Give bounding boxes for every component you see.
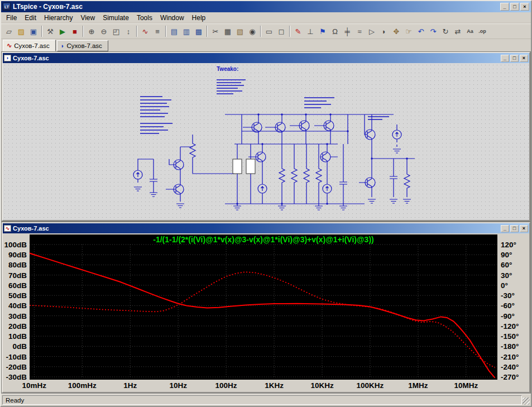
mirror-button[interactable]: ⇄ [452, 25, 464, 37]
component-button[interactable]: ◗ [378, 25, 390, 37]
menu-file[interactable]: File [2, 13, 21, 23]
menu-edit[interactable]: Edit [21, 13, 40, 23]
y-left-label: -20dB [6, 363, 27, 371]
new-schematic-icon: ▱ [6, 28, 12, 35]
diode-button[interactable]: ▷ [366, 25, 378, 37]
toolbar-separator [207, 26, 208, 37]
schematic-restore-button[interactable]: □ [510, 55, 519, 62]
text-icon: Aa [467, 29, 473, 34]
cut-button[interactable]: ✂ [209, 25, 222, 37]
waveform-minimize-button[interactable]: _ [501, 225, 509, 232]
x-tick-label: 1MHz [408, 381, 428, 390]
resistor-button[interactable]: Ω [329, 25, 341, 37]
waveform-close-button[interactable]: × [520, 225, 528, 232]
zoom-extents-button[interactable]: ◰ [110, 25, 122, 37]
schematic-window-titlebar[interactable]: ◗ Сухов-7.asc _ □ × [3, 53, 529, 63]
menu-window[interactable]: Window [156, 13, 188, 23]
spice-directive-icon: .op [478, 29, 486, 34]
y-left-label: 0dB [12, 342, 27, 351]
rotate-button[interactable]: ↻ [439, 25, 452, 37]
save-button[interactable]: ▣ [27, 25, 40, 37]
y-left-label: 70dB [8, 271, 27, 280]
tile-vertical-button[interactable]: ▥ [180, 25, 193, 37]
print-preview-button[interactable]: ◻ [275, 25, 287, 37]
schematic-close-button[interactable]: × [520, 55, 528, 62]
menu-bar: FileEditHierarchyViewSimulateToolsWindow… [1, 12, 531, 23]
drag-button[interactable]: ☞ [402, 25, 415, 37]
redo-icon: ↷ [430, 28, 437, 35]
tab-schematic[interactable]: ◗Сухов-7.asc [57, 40, 108, 51]
menu-help[interactable]: Help [188, 13, 210, 23]
halt-icon: ■ [73, 28, 77, 35]
tile-vertical-icon: ▥ [183, 28, 190, 35]
toolbar-separator [83, 26, 84, 37]
y-right-label: 90° [501, 251, 512, 259]
copy-button[interactable]: ▦ [222, 25, 234, 37]
redo-button[interactable]: ↷ [427, 25, 439, 37]
x-tick-label: 10Hz [169, 381, 187, 390]
toolbar-separator [165, 26, 166, 37]
maximize-button[interactable]: □ [510, 3, 519, 11]
y-left-label: -30dB [6, 373, 27, 381]
tab-bar: ∿Сухов-7.asc◗Сухов-7.asc [1, 39, 531, 51]
x-tick-label: 100mHz [68, 381, 97, 390]
mdi-area: ◗ Сухов-7.asc _ □ × Tweako: [1, 51, 531, 394]
wire-button[interactable]: ✎ [292, 25, 304, 37]
mark-data-points-icon: ≡ [155, 28, 160, 35]
y-left-label: 20dB [8, 322, 27, 331]
find-button[interactable]: ◉ [246, 25, 258, 37]
window-titlebar[interactable]: LT LTspice - Сухов-7.asc _ □ × [1, 1, 531, 12]
run-button[interactable]: ▶ [56, 25, 69, 37]
ground-button[interactable]: ⊥ [304, 25, 317, 37]
resize-grip[interactable] [523, 398, 530, 405]
open-button[interactable]: ▨ [15, 25, 27, 37]
tab-waveform[interactable]: ∿Сухов-7.asc [3, 40, 56, 51]
inductor-button[interactable]: ≈ [353, 25, 366, 37]
paste-button[interactable]: ▧ [234, 25, 246, 37]
menu-hierarchy[interactable]: Hierarchy [40, 13, 76, 23]
minimize-button[interactable]: _ [500, 3, 509, 11]
waveform-plot[interactable]: -1/(1-1/(2*(i(Vi)@1*v(x)@3-v(x)@1*i(Vi)@… [3, 233, 529, 392]
close-button[interactable]: × [520, 3, 529, 11]
y-right-label: -210° [501, 353, 519, 361]
cut-icon: ✂ [213, 28, 219, 35]
new-schematic-button[interactable]: ▱ [3, 25, 15, 37]
schematic-canvas[interactable]: Tweako: [3, 63, 529, 220]
spice-directive-button[interactable]: .op [476, 25, 488, 37]
cascade-windows-button[interactable]: ▩ [193, 25, 205, 37]
zoom-back-icon: ⊖ [101, 28, 107, 35]
move-button[interactable]: ✥ [390, 25, 402, 37]
tab-schematic-label: Сухов-7.asc [66, 42, 102, 49]
menu-view[interactable]: View [76, 13, 99, 23]
waveform-plot-svg[interactable]: -1/(1-1/(2*(i(Vi)@1*v(x)@3-v(x)@1*i(Vi)@… [3, 233, 529, 392]
undo-button[interactable]: ↶ [415, 25, 427, 37]
waveform-window-title: Сухов-7.asc [13, 225, 49, 232]
control-panel-button[interactable]: ⚒ [44, 25, 56, 37]
toolbar: ▱▨▣⚒▶■⊕⊖◰↕∿≡▤▥▩✂▦▧◉▭◻✎⊥⚑Ω╪≈▷◗✥☞↶↷↻⇄Aa.op [1, 23, 531, 39]
y-right-label: 60° [501, 261, 512, 269]
y-left-label: 60dB [8, 281, 27, 290]
schematic-minimize-button[interactable]: _ [501, 55, 509, 62]
mark-data-points-button[interactable]: ≡ [151, 25, 164, 37]
print-icon: ▭ [266, 28, 272, 35]
label-net-button[interactable]: ⚑ [317, 25, 329, 37]
waveform-restore-button[interactable]: □ [510, 225, 519, 232]
text-button[interactable]: Aa [464, 25, 476, 37]
window-controls: _ □ × [500, 3, 529, 11]
zoom-back-button[interactable]: ⊖ [98, 25, 110, 37]
y-right-label: -60° [501, 301, 515, 310]
capacitor-button[interactable]: ╪ [341, 25, 353, 37]
autorange-button[interactable]: ↕ [122, 25, 135, 37]
tile-horizontal-icon: ▤ [171, 28, 178, 35]
waveform-button[interactable]: ∿ [139, 25, 151, 37]
menu-tools[interactable]: Tools [133, 13, 156, 23]
x-tick-label: 100Hz [215, 381, 237, 390]
waveform-window-titlebar[interactable]: ∿ Сухов-7.asc _ □ × [3, 223, 529, 233]
tile-horizontal-button[interactable]: ▤ [168, 25, 180, 37]
zoom-area-button[interactable]: ⊕ [85, 25, 98, 37]
schematic-drawing [3, 63, 529, 220]
status-bar: Ready [1, 394, 531, 406]
menu-simulate[interactable]: Simulate [99, 13, 133, 23]
halt-button[interactable]: ■ [69, 25, 81, 37]
print-button[interactable]: ▭ [263, 25, 275, 37]
